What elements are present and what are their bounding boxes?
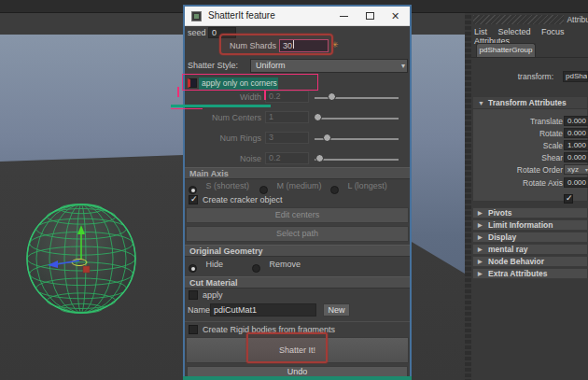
original-geometry-header: Original Geometry <box>185 245 410 257</box>
scale-field[interactable]: 1.000 <box>564 140 588 150</box>
dialog-title: ShatterIt feature <box>208 10 275 21</box>
expand-arrow-icon: ▶ <box>478 232 483 243</box>
shear-field[interactable]: 0.000 <box>564 152 588 162</box>
menu-focus[interactable]: Focus <box>541 27 565 36</box>
noise-input[interactable]: 0.2 <box>265 152 309 164</box>
main-axis-radio-m[interactable]: M (medium) <box>259 181 321 193</box>
maya-application: Attribu List Selected Focus Attributes p… <box>0 0 588 380</box>
create-cracker-label: Create cracker object <box>203 195 283 204</box>
expand-arrow-icon: ▶ <box>478 257 483 267</box>
input-connection-icon[interactable]: ✳ <box>331 40 339 49</box>
section-pivots[interactable]: ▶ Pivots <box>472 207 588 218</box>
expand-arrow-icon: ▶ <box>478 220 483 231</box>
width-input[interactable]: 0.2 <box>265 91 309 103</box>
maximize-icon[interactable] <box>366 12 374 20</box>
panel-drag-handle[interactable]: Attribu <box>473 15 588 24</box>
select-path-button[interactable]: Select path <box>186 226 409 242</box>
attr-row-rotate: Rotate 0.000 <box>473 128 588 139</box>
inherits-checkbox[interactable] <box>564 194 573 204</box>
shatterit-dialog: ShatterIt feature ✕ seed 0 Num Shards 30… <box>183 5 412 380</box>
main-axis-header: Main Axis <box>185 167 410 179</box>
tab-pdshattergroup[interactable]: pdShatterGroup <box>476 43 536 57</box>
num-rings-slider[interactable] <box>315 133 399 145</box>
transform-row: transform: pdShatt <box>473 71 588 83</box>
viewport-3d[interactable] <box>0 35 183 380</box>
noise-slider-handle[interactable] <box>315 154 324 162</box>
rotate-field[interactable]: 0.000 <box>564 128 588 138</box>
annotation-teal-bottom-strip <box>183 376 412 380</box>
section-extra-attributes[interactable]: ▶ Extra Attributes <box>472 268 588 279</box>
panel-menubar: List Selected Focus Attributes <box>474 27 588 39</box>
width-slider[interactable] <box>315 91 399 104</box>
apply-material-checkbox[interactable] <box>189 290 198 300</box>
section-mental-ray[interactable]: ▶ mental ray <box>472 244 588 255</box>
num-centers-row: Num Centers 1 <box>185 111 410 125</box>
hide-radio[interactable]: Hide <box>189 260 223 272</box>
num-rings-input[interactable]: 3 <box>265 132 309 144</box>
rotate-order-dropdown[interactable]: xyz ▾ <box>564 164 588 175</box>
material-name-input[interactable]: pdiCutMat1 <box>210 303 316 317</box>
num-centers-input[interactable]: 1 <box>265 111 309 123</box>
tab-divider <box>471 57 588 58</box>
attr-row-rotate-axis: Rotate Axis 0.000 <box>473 177 588 189</box>
rigid-bodies-checkbox[interactable] <box>189 325 198 334</box>
transform-name-field[interactable]: pdShatt <box>563 71 588 82</box>
sphere-wireframe[interactable] <box>16 193 147 324</box>
main-axis-radio-l[interactable]: L (longest) <box>330 181 387 193</box>
main-axis-radio-s[interactable]: S (shortest) <box>189 181 249 193</box>
cut-material-header: Cut Material <box>185 276 410 289</box>
num-centers-slider[interactable] <box>315 112 399 124</box>
attr-row-rotate-order: Rotate Order xyz ▾ <box>473 164 588 176</box>
num-shards-input[interactable]: 30 <box>279 39 329 52</box>
section-display[interactable]: ▶ Display <box>472 232 588 243</box>
edit-centers-button[interactable]: Edit centers <box>186 207 409 223</box>
shatter-style-dropdown[interactable]: Uniform ▾ <box>250 59 408 73</box>
minimize-icon[interactable] <box>340 16 348 17</box>
new-material-button[interactable]: New <box>323 303 350 317</box>
transform-label: transform: <box>518 72 553 81</box>
text-caret <box>293 40 294 49</box>
section-limit-information[interactable]: ▶ Limit Information <box>472 219 588 231</box>
width-slider-handle[interactable] <box>328 92 336 101</box>
viewport-ground-plane-right <box>412 35 465 380</box>
inherits-transform-row: Inhe <box>564 190 587 201</box>
attr-row-translate: Translate 0.000 <box>473 116 588 127</box>
expand-arrow-icon: ▶ <box>478 245 483 255</box>
menu-list[interactable]: List <box>474 27 487 36</box>
collapse-arrow-icon: ▼ <box>478 97 484 109</box>
remove-radio[interactable]: Remove <box>252 260 301 272</box>
width-row: Width 0.2 <box>185 91 410 105</box>
section-node-behavior[interactable]: ▶ Node Behavior <box>472 256 588 267</box>
dialog-body: seed 0 Num Shards 30 ✳ Shatter Style: Un… <box>185 26 410 378</box>
chevron-down-icon: ▾ <box>401 62 405 70</box>
panel-resize-strip[interactable] <box>465 13 471 380</box>
attr-row-scale: Scale 1.000 <box>473 140 588 151</box>
expand-arrow-icon: ▶ <box>478 208 483 218</box>
create-cracker-checkbox[interactable] <box>189 195 198 204</box>
attribute-editor-panel: Attribu List Selected Focus Attributes p… <box>465 13 588 380</box>
transform-attributes-frame: ▼ Transform Attributes Translate 0.000 R… <box>472 96 588 202</box>
expand-arrow-icon: ▶ <box>478 269 483 279</box>
panel-title: Attribu <box>564 15 588 24</box>
transform-attributes-header[interactable]: ▼ Transform Attributes <box>473 97 587 109</box>
num-shards-label: Num Shards <box>213 41 276 50</box>
dialog-titlebar[interactable]: ShatterIt feature ✕ <box>185 7 410 26</box>
viewport-3d-right-strip[interactable] <box>412 35 465 380</box>
divider <box>185 321 410 322</box>
noise-row: Noise 0.2 <box>185 152 410 166</box>
seed-label: seed <box>188 28 206 37</box>
apply-corners-label: apply only on corners <box>202 78 277 88</box>
window-icon <box>191 11 202 21</box>
shatter-it-button[interactable]: Shatter It! <box>186 337 409 363</box>
attr-row-shear: Shear 0.000 <box>473 152 588 163</box>
rotate-axis-field[interactable]: 0.000 <box>564 177 588 188</box>
close-icon[interactable]: ✕ <box>391 9 399 22</box>
num-rings-slider-handle[interactable] <box>323 134 331 142</box>
apply-corners-checkbox[interactable] <box>188 78 197 88</box>
num-centers-slider-handle[interactable] <box>314 113 322 121</box>
material-name-label: Name: <box>188 305 213 315</box>
seed-input[interactable]: 0 <box>208 27 236 38</box>
noise-slider[interactable] <box>315 153 399 165</box>
translate-field[interactable]: 0.000 <box>564 116 588 126</box>
menu-selected[interactable]: Selected <box>498 27 531 36</box>
